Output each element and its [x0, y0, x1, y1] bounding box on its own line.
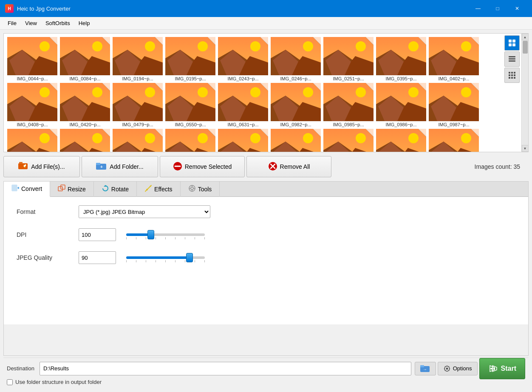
rotate-icon-svg: [102, 185, 109, 192]
image-thumb-label: IMG_0044~p...: [7, 76, 57, 81]
tab-tools[interactable]: Tools: [181, 182, 220, 197]
minimize-button[interactable]: —: [468, 0, 488, 17]
image-thumb[interactable]: IMG_0993~p...: [271, 129, 322, 152]
images-count: Images count: 35: [333, 163, 529, 170]
image-thumb[interactable]: IMG_0987~p...: [429, 83, 480, 127]
image-thumb[interactable]: IMG_0994~p...: [323, 129, 374, 152]
maximize-button[interactable]: □: [488, 0, 507, 17]
image-thumb[interactable]: IMG_0982~p...: [271, 83, 322, 127]
scroll-up-arrow[interactable]: ▲: [522, 34, 529, 40]
svg-point-18: [145, 41, 155, 51]
app-title: Heic to Jpg Converter: [17, 6, 468, 12]
use-folder-structure-text: Use folder structure in output folder: [15, 379, 102, 385]
image-thumb[interactable]: IMG_0990~p...: [113, 129, 164, 152]
image-thumb[interactable]: IMG_0986~p...: [376, 83, 427, 127]
menu-file[interactable]: File: [3, 18, 21, 28]
tab-resize[interactable]: Resize: [50, 182, 94, 197]
image-thumb[interactable]: IMG_0420~p...: [60, 83, 111, 127]
dpi-row: DPI: [17, 228, 515, 241]
tab-effects[interactable]: Effects: [137, 182, 181, 197]
svg-point-144: [145, 133, 155, 143]
jpeg-quality-slider-track[interactable]: [126, 256, 205, 259]
app-icon: H: [5, 4, 14, 13]
remove-selected-button[interactable]: Remove Selected: [160, 156, 245, 177]
add-folder-button[interactable]: + Add Folder...: [82, 156, 158, 177]
svg-rect-206: [19, 162, 23, 164]
resize-icon-svg: [58, 185, 65, 192]
list-view-icon: [508, 55, 516, 63]
image-thumb[interactable]: IMG_0084~p...: [60, 37, 111, 81]
svg-text:→: →: [423, 367, 427, 372]
image-thumb[interactable]: IMG_0989~p...: [60, 129, 111, 152]
scroll-down-arrow[interactable]: ▼: [522, 145, 529, 152]
svg-point-123: [461, 87, 471, 97]
image-thumb[interactable]: IMG_0251~p...: [323, 37, 374, 81]
image-thumb-label: IMG_0395~p...: [376, 76, 426, 81]
image-thumb[interactable]: IMG_0988~p...: [7, 129, 58, 152]
format-select[interactable]: JPG (*.jpg) JPEG Bitmap PNG (*.png) Port…: [79, 205, 210, 218]
add-files-button[interactable]: Add File(s)...: [3, 156, 80, 177]
image-thumb[interactable]: IMG_0408~p...: [7, 83, 58, 127]
image-thumb-label: IMG_0195~p...: [165, 76, 215, 81]
svg-point-109: [356, 87, 366, 97]
close-button[interactable]: ✕: [507, 0, 527, 17]
svg-rect-201: [514, 74, 515, 76]
svg-point-53: [408, 41, 419, 51]
tick: [185, 260, 185, 262]
svg-point-81: [145, 87, 155, 97]
image-thumb[interactable]: IMG_0479~p...: [113, 83, 164, 127]
image-thumb-label: IMG_0402~p...: [429, 76, 479, 81]
image-thumb[interactable]: IMG_0395~p...: [376, 37, 427, 81]
dpi-input[interactable]: [79, 228, 116, 241]
scroll-track[interactable]: [522, 40, 528, 145]
image-thumb[interactable]: IMG_0402~p...: [429, 37, 480, 81]
svg-rect-202: [509, 77, 510, 79]
tick: [136, 260, 136, 262]
options-button[interactable]: Options: [438, 362, 478, 375]
image-thumb[interactable]: IMG_0995~p...: [376, 129, 427, 152]
svg-point-4: [40, 41, 50, 51]
tick: [165, 237, 166, 239]
format-row: Format JPG (*.jpg) JPEG Bitmap PNG (*.pn…: [17, 205, 515, 218]
tab-convert[interactable]: Convert: [4, 182, 50, 197]
image-thumb[interactable]: IMG_0985~p...: [323, 83, 374, 127]
dpi-label: DPI: [17, 231, 72, 238]
thumbnail-view-button[interactable]: [504, 35, 520, 51]
convert-tab-content: Format JPG (*.jpg) JPEG Bitmap PNG (*.pn…: [4, 197, 528, 324]
tab-rotate[interactable]: Rotate: [94, 182, 137, 197]
svg-point-32: [250, 41, 260, 51]
svg-point-88: [198, 87, 208, 97]
image-thumb[interactable]: IMG_0243~p...: [218, 37, 269, 81]
dpi-slider-track[interactable]: [126, 233, 205, 236]
list-view-button[interactable]: [504, 51, 520, 67]
menu-view[interactable]: View: [21, 18, 41, 28]
effects-tab-icon: [144, 185, 152, 194]
remove-selected-icon: [173, 162, 182, 172]
scroll-thumb[interactable]: [523, 41, 528, 54]
svg-point-224: [146, 189, 148, 190]
use-folder-structure-checkbox[interactable]: [7, 379, 13, 385]
remove-all-button[interactable]: Remove All: [246, 156, 331, 177]
browse-destination-button[interactable]: →: [415, 362, 436, 375]
svg-marker-219: [18, 187, 19, 189]
destination-input[interactable]: [40, 362, 411, 375]
menu-softorbits[interactable]: SoftOrbits: [41, 18, 74, 28]
image-thumb[interactable]: IMG_0996~p...: [429, 129, 480, 152]
image-thumb[interactable]: IMG_0631~p...: [218, 83, 269, 127]
tick: [175, 237, 175, 239]
svg-point-179: [408, 133, 419, 143]
menu-help[interactable]: Help: [74, 18, 94, 28]
start-button[interactable]: Start: [479, 358, 525, 379]
use-folder-structure-label[interactable]: Use folder structure in output folder: [7, 379, 102, 385]
image-thumb[interactable]: IMG_0194~p...: [113, 37, 164, 81]
image-thumb[interactable]: IMG_0550~p...: [165, 83, 216, 127]
grid-view-button[interactable]: [504, 68, 520, 83]
image-thumb[interactable]: IMG_0044~p...: [7, 37, 58, 81]
image-thumb[interactable]: IMG_0992~p...: [218, 129, 269, 152]
svg-line-242: [448, 370, 449, 371]
image-thumb[interactable]: IMG_0195~p...: [165, 37, 216, 81]
image-thumb[interactable]: IMG_0246~p...: [271, 37, 322, 81]
image-thumb[interactable]: IMG_0991~p...: [165, 129, 216, 152]
vertical-scrollbar[interactable]: ▲ ▼: [521, 34, 528, 152]
jpeg-quality-input[interactable]: [79, 251, 116, 264]
